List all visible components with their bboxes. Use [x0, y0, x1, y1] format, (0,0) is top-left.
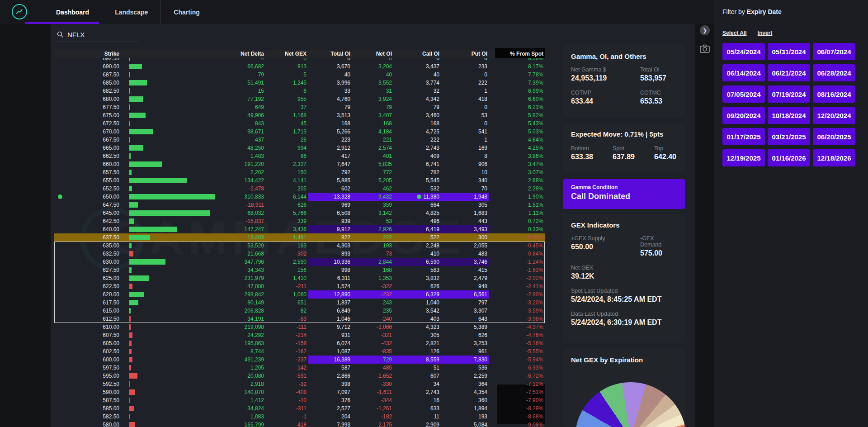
- table-row-625.00[interactable]: 625.00231,9791,4106,3111,3533,8322,479-2…: [54, 274, 545, 282]
- expiry-date-button-01-16-2026[interactable]: 01/16/2026: [768, 149, 810, 166]
- net-gex-cell: -418: [266, 421, 307, 427]
- net-gex-bar: [129, 186, 132, 191]
- col-total-oi[interactable]: Total OI: [307, 50, 350, 58]
- col-strike[interactable]: Strike: [54, 50, 119, 58]
- table-row-687.50[interactable]: 687.5079540404007.78%: [54, 71, 545, 79]
- table-row-662.50[interactable]: 662.501,4838641740140983.86%: [54, 152, 545, 160]
- total-oi-cell: 7,993: [307, 421, 350, 427]
- table-row-595.00[interactable]: 595.0020,080-5912,866-1,6526072,259-6.72…: [54, 372, 545, 380]
- gammaedge-logo-icon[interactable]: [12, 4, 27, 19]
- table-row-622.50[interactable]: 622.5047,080-2111,574-322626948-2.41%: [54, 282, 545, 290]
- expiry-date-button-03-21-2025[interactable]: 03/21/2025: [768, 128, 810, 145]
- table-row-612.50[interactable]: 612.5034,191-831,046-240403643-3.98%: [54, 315, 545, 323]
- table-row-600.00[interactable]: 600.00491,239-23716,3897298,5597,830-5.9…: [54, 356, 545, 364]
- table-row-670.00[interactable]: 670.0098,6711,7135,2664,1844,7255415.03%: [54, 128, 545, 136]
- put-oi-cell: 536: [442, 364, 487, 372]
- table-row-635.00[interactable]: 635.0053,5201634,3031932,2482,055-0.45%: [54, 242, 545, 250]
- table-row-640.00[interactable]: 640.00147,2473,4369,9122,9266,4193,4930.…: [54, 225, 545, 233]
- net-delta-cell: 79: [203, 71, 264, 79]
- table-row-585.00[interactable]: 585.0034,824-3112,527-1,2616331,894-8.29…: [54, 404, 545, 413]
- table-row-617.50[interactable]: 617.5080,1496511,8372431,040797-3.20%: [54, 299, 545, 307]
- col-net-delta[interactable]: Net Delta: [203, 50, 264, 58]
- put-oi-cell: 906: [442, 160, 487, 168]
- expiry-date-button-10-18-2024[interactable]: 10/18/2024: [768, 107, 810, 124]
- expiry-date-button-12-18-2026[interactable]: 12/18/2026: [813, 149, 855, 166]
- expiry-date-button-08-16-2024[interactable]: 08/16/2024: [813, 85, 855, 103]
- strike-cell: 592.50: [54, 380, 119, 388]
- select-all-link[interactable]: Select All: [722, 30, 747, 36]
- table-row-655.00[interactable]: 655.00134,4224,1415,8855,2055,5453402.68…: [54, 176, 545, 185]
- col-net-oi[interactable]: Net OI: [349, 50, 392, 58]
- table-row-657.50[interactable]: 657.502,202150792772782103.07%: [54, 168, 545, 176]
- table-row-692.50[interactable]: 692.504000008.56%: [54, 58, 545, 62]
- table-row-690.00[interactable]: 690.0066,6829133,6703,2043,4372338.17%: [54, 62, 545, 71]
- table-row-627.50[interactable]: 627.5034,343156998168583415-1.63%: [54, 266, 545, 274]
- table-row-680.00[interactable]: 680.0077,1929554,7603,9244,3424186.60%: [54, 95, 545, 103]
- table-row-660.00[interactable]: 660.00191,2202,3277,6475,8356,7419063.47…: [54, 160, 545, 168]
- table-row-642.50[interactable]: 642.50-15,837339939534964430.72%: [54, 217, 545, 225]
- total-oi-cell: 2,912: [307, 144, 350, 152]
- tab-charting[interactable]: Charting: [160, 0, 212, 24]
- table-row-605.00[interactable]: 605.00195,863-1586,074-4322,8213,253-5.1…: [54, 339, 545, 347]
- call-oi-cell: 5,545: [395, 176, 439, 185]
- table-row-645.00[interactable]: 645.0068,0325,7666,5083,1424,8251,6831.1…: [54, 209, 545, 217]
- expiry-date-button-12-19-2025[interactable]: 12/19/2025: [722, 149, 765, 166]
- collapse-panel-button[interactable]: ❯: [700, 25, 710, 35]
- expiry-date-button-06-07-2024[interactable]: 06/07/2024: [813, 43, 855, 60]
- net-gex-bar: [129, 80, 147, 85]
- table-row-672.50[interactable]: 672.508434516816816805.43%: [54, 119, 545, 128]
- table-row-647.50[interactable]: 647.50-18,9116269693596643051.51%: [54, 201, 545, 209]
- net-gex-bar: [129, 373, 137, 379]
- expiry-date-button-07-19-2024[interactable]: 07/19/2024: [768, 85, 810, 103]
- expiry-date-button-06-14-2024[interactable]: 06/14/2024: [722, 64, 765, 81]
- table-row-607.50[interactable]: 607.5024,292-214931-321305626-4.76%: [54, 331, 545, 339]
- total-oi-cell: 0: [307, 58, 350, 62]
- col-pct-from-spot[interactable]: % From Spot: [495, 50, 543, 58]
- expiry-date-button-06-20-2025[interactable]: 06/20/2025: [813, 128, 855, 145]
- tab-landscape[interactable]: Landscape: [102, 0, 160, 24]
- expiry-date-button-01-17-2025[interactable]: 01/17/2025: [722, 128, 765, 145]
- tab-dashboard[interactable]: Dashboard: [43, 0, 102, 24]
- table-row-685.00[interactable]: 685.0051,4911,2453,9963,5523,7742227.39%: [54, 79, 545, 87]
- call-oi-marker-dot: [417, 195, 421, 199]
- expiry-date-button-09-20-2024[interactable]: 09/20/2024: [722, 107, 765, 124]
- screenshot-button[interactable]: [700, 44, 710, 55]
- table-row-597.50[interactable]: 597.501,205-142587-48551536-6.33%: [54, 364, 545, 372]
- cotmc-label: COTMC: [640, 90, 677, 96]
- table-row-675.00[interactable]: 675.0049,9061,1683,5133,4073,460535.82%: [54, 111, 545, 119]
- table-row-665.00[interactable]: 665.0048,2509942,9122,5742,7431694.25%: [54, 144, 545, 152]
- table-header: Strike Net Delta Net GEX Total OI Net OI…: [54, 50, 545, 58]
- invert-link[interactable]: Invert: [758, 30, 773, 36]
- expiry-date-button-12-20-2024[interactable]: 12/20/2024: [813, 107, 855, 124]
- expiry-date-button-05-31-2024[interactable]: 05/31/2024: [768, 43, 810, 60]
- table-row-615.00[interactable]: 615.00206,828826,8492353,5423,307-3.59%: [54, 307, 545, 315]
- total-oi-cell: 3,513: [307, 111, 350, 119]
- expiry-date-button-05-24-2024[interactable]: 05/24/2024: [722, 43, 765, 60]
- expiry-date-button-07-05-2024[interactable]: 07/05/2024: [722, 85, 765, 103]
- table-row-592.50[interactable]: 592.502,918-32398-33034364-7.12%: [54, 380, 545, 388]
- expiry-date-button-06-21-2024[interactable]: 06/21/2024: [768, 64, 810, 81]
- put-oi-cell: 415: [442, 266, 487, 274]
- table-row-632.50[interactable]: 632.5021,668-302893-73410483-0.84%: [54, 250, 545, 258]
- table-row-667.50[interactable]: 667.504372622322122214.64%: [54, 136, 545, 144]
- table-row-610.00[interactable]: 610.00219,098-1119,712-1,0664,3235,389-4…: [54, 323, 545, 331]
- table-row-620.00[interactable]: 620.00298,8421,06012,890-2326,3296,561-2…: [54, 290, 545, 299]
- table-row-590.00[interactable]: 590.00140,870-4087,097-1,6112,7434,354-7…: [54, 388, 545, 396]
- table-row-582.50[interactable]: 582.501,083-1204-18211193-8.68%: [54, 413, 545, 421]
- table-row-580.00[interactable]: 580.00165,799-4187,993-2,1752,9095,084-9…: [54, 421, 545, 427]
- table-row-637.50[interactable]: 637.5013,4031,491822222522300-0.06%: [54, 233, 545, 242]
- col-net-gex[interactable]: Net GEX: [266, 50, 307, 58]
- table-row-602.50[interactable]: 602.508,744-1621,087-835126961-5.55%: [54, 347, 545, 356]
- table-row-677.50[interactable]: 677.506493779797906.21%: [54, 103, 545, 111]
- col-put-oi[interactable]: Put OI: [442, 50, 487, 58]
- net-gex-cell: 2,590: [266, 258, 307, 266]
- col-call-oi[interactable]: Call OI: [395, 50, 439, 58]
- table-row-652.50[interactable]: 652.50-2,478205602462532702.29%: [54, 185, 545, 193]
- table-row-682.50[interactable]: 682.5015633313216.99%: [54, 87, 545, 95]
- table-row-587.50[interactable]: 587.501,412-10376-34416360-7.90%: [54, 396, 545, 404]
- expiry-date-button-06-28-2024[interactable]: 06/28/2024: [813, 64, 855, 81]
- net-gex-bar: [129, 406, 134, 411]
- table-row-650.00[interactable]: 650.00310,8336,14413,3289,43211,3801,948…: [54, 193, 545, 201]
- search-input[interactable]: [67, 31, 126, 38]
- table-row-630.00[interactable]: 630.00347,7962,59010,3362,8446,5903,746-…: [54, 258, 545, 266]
